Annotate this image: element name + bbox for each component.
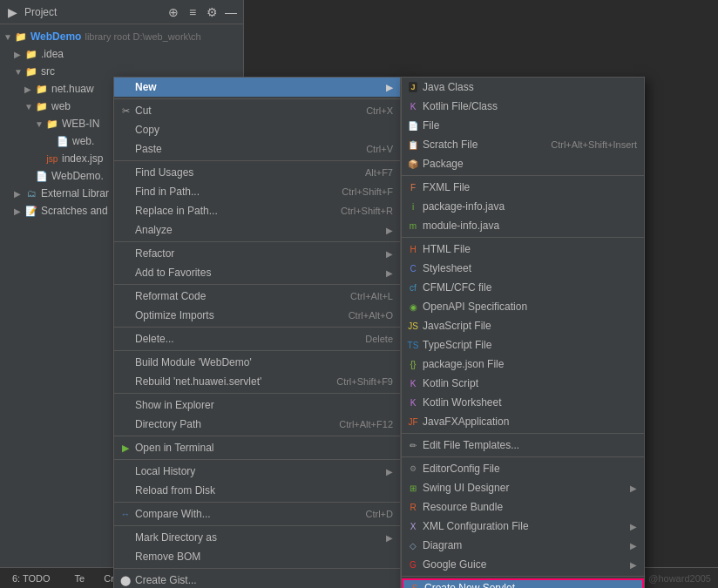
tree-item-idea[interactable]: ▶ 📁 .idea bbox=[0, 45, 243, 63]
submenu-create-servlet-label: Create New Servlet bbox=[424, 582, 635, 588]
submenu-item-xml-config[interactable]: X XML Configuration File ▶ bbox=[402, 517, 644, 536]
submenu-item-edit-templates[interactable]: ✏ Edit File Templates... bbox=[402, 436, 644, 455]
extlib-label: External Librar bbox=[41, 187, 109, 199]
submenu-kt-script-label: Kotlin Script bbox=[423, 377, 637, 389]
submenu-item-module-info[interactable]: m module-info.java bbox=[402, 216, 644, 235]
submenu-item-stylesheet[interactable]: C Stylesheet bbox=[402, 259, 644, 278]
indexjsp-label: index.jsp bbox=[62, 152, 103, 165]
submenu-item-swing[interactable]: ⊞ Swing UI Designer ▶ bbox=[402, 478, 644, 497]
add-icon[interactable]: ⊕ bbox=[166, 5, 180, 19]
settings-icon[interactable]: ≡ bbox=[186, 5, 200, 19]
menu-create-gist-label: Create Gist... bbox=[135, 574, 393, 586]
menu-item-show-explorer[interactable]: Show in Explorer bbox=[114, 395, 400, 415]
menu-item-find-usages[interactable]: Find Usages Alt+F7 bbox=[114, 163, 400, 182]
submenu-item-google-guice[interactable]: G Google Guice ▶ bbox=[402, 555, 644, 574]
menu-sep2 bbox=[114, 160, 400, 161]
menu-item-build-module[interactable]: Build Module 'WebDemo' bbox=[114, 353, 400, 372]
package-icon: 📦 bbox=[407, 158, 419, 170]
menu-optimize-shortcut: Ctrl+Alt+O bbox=[349, 310, 393, 321]
project-title-icon: ▶ bbox=[5, 5, 19, 19]
terminal-tab[interactable]: Te bbox=[70, 571, 91, 585]
menu-item-optimize[interactable]: Optimize Imports Ctrl+Alt+O bbox=[114, 306, 400, 325]
submenu-sep4 bbox=[402, 456, 644, 457]
submenu-xml-config-label: XML Configuration File bbox=[423, 520, 627, 532]
submenu-item-js[interactable]: JS JavaScript File bbox=[402, 316, 644, 335]
src-label: src bbox=[41, 65, 55, 78]
submenu-editorconfig-label: EditorConfig File bbox=[423, 463, 637, 475]
menu-item-open-terminal[interactable]: ▶ Open in Terminal bbox=[114, 438, 400, 457]
submenu-item-java-class[interactable]: J Java Class bbox=[402, 78, 644, 97]
menu-item-create-gist[interactable]: ⬤ Create Gist... bbox=[114, 571, 400, 588]
tree-root-item[interactable]: ▼ 📁 WebDemo library root D:\web_work\ch bbox=[0, 28, 243, 45]
submenu-kt-ws-label: Kotlin Worksheet bbox=[423, 396, 637, 409]
submenu-item-scratch[interactable]: 📋 Scratch File Ctrl+Alt+Shift+Insert bbox=[402, 135, 644, 154]
todo-tab[interactable]: 6: TODO bbox=[7, 571, 56, 585]
submenu-jfx-label: JavaFXApplication bbox=[423, 416, 637, 428]
root-detail: library root D:\web_work\ch bbox=[85, 31, 200, 42]
menu-analyze-arrow: ▶ bbox=[386, 226, 393, 235]
submenu-item-cfml[interactable]: cf CFML/CFC file bbox=[402, 278, 644, 297]
net-label: net.huaw bbox=[51, 83, 94, 95]
submenu-html-label: HTML File bbox=[423, 243, 637, 255]
submenu-item-kotlin-class[interactable]: K Kotlin File/Class bbox=[402, 97, 644, 116]
submenu-item-ts[interactable]: TS TypeScript File bbox=[402, 335, 644, 355]
submenu-item-resource-bundle[interactable]: R Resource Bundle bbox=[402, 497, 644, 517]
submenu-item-html[interactable]: H HTML File bbox=[402, 240, 644, 259]
menu-item-find-path[interactable]: Find in Path... Ctrl+Shift+F bbox=[114, 182, 400, 201]
menu-item-paste[interactable]: Paste Ctrl+V bbox=[114, 139, 400, 159]
submenu-item-kt-ws[interactable]: K Kotlin Worksheet bbox=[402, 393, 644, 412]
submenu-item-editorconfig[interactable]: ⚙ EditorConfig File bbox=[402, 459, 644, 478]
submenu-item-pkgjson[interactable]: {} package.json File bbox=[402, 355, 644, 374]
submenu-pkgjson-label: package.json File bbox=[423, 358, 637, 370]
submenu-item-openapi[interactable]: ◉ OpenAPI Specification bbox=[402, 297, 644, 316]
submenu-item-diagram[interactable]: ◇ Diagram ▶ bbox=[402, 536, 644, 555]
edit-templates-icon: ✏ bbox=[407, 439, 419, 451]
submenu-item-create-servlet[interactable]: S Create New Servlet bbox=[402, 578, 644, 588]
menu-item-reload[interactable]: Reload from Disk bbox=[114, 481, 400, 500]
minimize-icon[interactable]: — bbox=[224, 5, 238, 19]
kt-ws-icon: K bbox=[407, 396, 419, 409]
menu-rebuild-shortcut: Ctrl+Shift+F9 bbox=[336, 376, 393, 387]
menu-item-new[interactable]: New ▶ bbox=[114, 78, 400, 97]
menu-item-cut[interactable]: ✂ Cut Ctrl+X bbox=[114, 101, 400, 120]
submenu-item-package[interactable]: 📦 Package bbox=[402, 154, 644, 173]
submenu-item-kt-script[interactable]: K Kotlin Script bbox=[402, 374, 644, 393]
submenu-item-file[interactable]: 📄 File bbox=[402, 116, 644, 135]
menu-item-local-history[interactable]: Local History ▶ bbox=[114, 462, 400, 481]
webxml-icon: 📄 bbox=[56, 134, 70, 148]
menu-item-analyze[interactable]: Analyze ▶ bbox=[114, 220, 400, 240]
file-icon: 📄 bbox=[407, 119, 419, 132]
menu-item-favorites[interactable]: Add to Favorites ▶ bbox=[114, 263, 400, 282]
kt-script-icon: K bbox=[407, 377, 419, 389]
menu-item-compare[interactable]: ↔ Compare With... Ctrl+D bbox=[114, 504, 400, 524]
menu-item-reformat[interactable]: Reformat Code Ctrl+Alt+L bbox=[114, 287, 400, 306]
menu-item-mark-dir[interactable]: Mark Directory as ▶ bbox=[114, 528, 400, 547]
submenu-item-fxml[interactable]: F FXML File bbox=[402, 178, 644, 197]
submenu-kotlin-class-label: Kotlin File/Class bbox=[423, 100, 637, 112]
menu-find-path-label: Find in Path... bbox=[135, 186, 324, 198]
menu-item-copy[interactable]: Copy bbox=[114, 120, 400, 139]
submenu-resource-bundle-label: Resource Bundle bbox=[423, 501, 637, 513]
ts-icon: TS bbox=[407, 339, 419, 351]
submenu-item-jfx[interactable]: JF JavaFXApplication bbox=[402, 412, 644, 431]
menu-reformat-shortcut: Ctrl+Alt+L bbox=[350, 291, 393, 301]
webdemoxml-label: WebDemo. bbox=[51, 170, 104, 182]
menu-sep6 bbox=[114, 350, 400, 351]
submenu-item-pkg-info[interactable]: i package-info.java bbox=[402, 197, 644, 216]
menu-item-replace-path[interactable]: Replace in Path... Ctrl+Shift+R bbox=[114, 201, 400, 220]
menu-open-terminal-label: Open in Terminal bbox=[135, 442, 393, 454]
gear-icon[interactable]: ⚙ bbox=[205, 5, 219, 19]
menu-item-refactor[interactable]: Refactor ▶ bbox=[114, 244, 400, 263]
pkgjson-icon: {} bbox=[407, 358, 419, 370]
jfx-icon: JF bbox=[407, 416, 419, 428]
menu-item-dir-path[interactable]: Directory Path Ctrl+Alt+F12 bbox=[114, 415, 400, 434]
menu-sep4 bbox=[114, 284, 400, 285]
submenu-google-guice-arrow: ▶ bbox=[630, 560, 637, 570]
menu-item-remove-bom[interactable]: Remove BOM bbox=[114, 547, 400, 566]
project-toolbar: ▶ Project ⊕ ≡ ⚙ — bbox=[0, 0, 243, 24]
swing-icon: ⊞ bbox=[407, 482, 419, 494]
menu-delete-shortcut: Delete bbox=[365, 334, 393, 344]
menu-item-rebuild[interactable]: Rebuild 'net.huawei.servlet' Ctrl+Shift+… bbox=[114, 372, 400, 391]
menu-item-delete[interactable]: Delete... Delete bbox=[114, 329, 400, 348]
submenu-sep2 bbox=[402, 237, 644, 238]
